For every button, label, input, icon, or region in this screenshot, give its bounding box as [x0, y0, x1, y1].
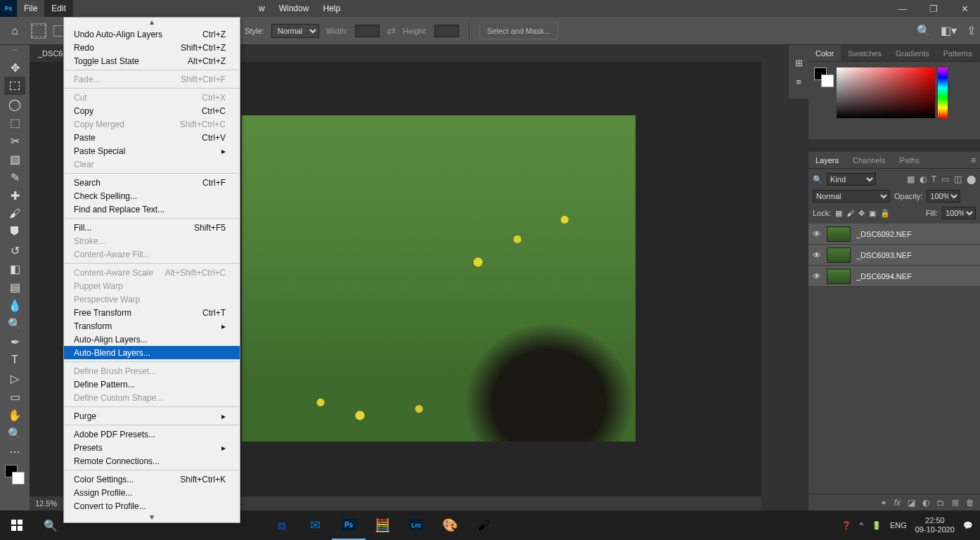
menu-item[interactable]: Define Pattern... — [64, 378, 240, 391]
path-select-tool[interactable]: ▷ — [4, 369, 25, 387]
window-close[interactable]: ✕ — [949, 0, 980, 17]
collapsed-panels[interactable]: ⊞ ≡ — [789, 45, 808, 98]
eyedropper-tool[interactable]: ✎ — [4, 168, 25, 186]
tab-channels[interactable]: Channels — [846, 152, 892, 168]
menu-item[interactable]: RedoShift+Ctrl+Z — [64, 41, 240, 54]
delete-layer-icon[interactable]: 🗑 — [966, 498, 974, 508]
tray-notifications-icon[interactable]: 💬 — [963, 521, 973, 530]
layer-row[interactable]: 👁 _DSC6094.NEF — [808, 266, 980, 287]
lock-trans-icon[interactable]: ▦ — [835, 209, 842, 218]
tray-battery-icon[interactable]: 🔋 — [872, 521, 882, 530]
panel-icon-1[interactable]: ⊞ — [795, 58, 803, 68]
healing-tool[interactable]: ✚ — [4, 186, 25, 205]
taskbar-mail[interactable]: ✉ — [298, 510, 332, 540]
adjustment-icon[interactable]: ◐ — [922, 498, 929, 508]
marquee-tool[interactable] — [4, 77, 25, 95]
tab-gradients[interactable]: Gradients — [889, 45, 936, 61]
taskbar-paint[interactable]: 🎨 — [433, 510, 467, 540]
tab-patterns[interactable]: Patterns — [936, 45, 979, 61]
height-input[interactable] — [434, 25, 459, 37]
opacity-input[interactable]: 100% — [927, 190, 960, 202]
lock-artboard-icon[interactable]: ▣ — [869, 209, 876, 218]
select-and-mask-button[interactable]: Select and Mask... — [479, 22, 559, 39]
color-fg-bg[interactable] — [814, 68, 834, 87]
gradient-tool[interactable]: ▤ — [4, 278, 25, 296]
menu-scroll-up[interactable]: ▴ — [64, 18, 240, 27]
zoom-level[interactable]: 12.5% — [35, 499, 57, 508]
pen-tool[interactable]: ✒ — [4, 333, 25, 351]
tab-layers[interactable]: Layers — [808, 152, 846, 168]
menu-item[interactable]: Check Spelling... — [64, 189, 240, 202]
menu-item[interactable]: Auto-Align Layers... — [64, 333, 240, 346]
workspace-icon[interactable]: ◧▾ — [941, 24, 957, 37]
menu-item[interactable]: Adobe PDF Presets... — [64, 428, 240, 441]
type-tool[interactable]: T — [4, 351, 25, 369]
style-select[interactable]: Normal — [271, 24, 319, 38]
menu-item[interactable]: Color Settings...Shift+Ctrl+K — [64, 472, 240, 486]
object-select-tool[interactable]: ⬚ — [4, 113, 25, 131]
blur-tool[interactable]: 💧 — [4, 296, 25, 314]
lock-all-icon[interactable]: 🔒 — [880, 209, 890, 218]
fill-input[interactable]: 100% — [942, 207, 976, 219]
layer-row[interactable]: 👁 _DSC6092.NEF — [808, 224, 980, 245]
brush-tool[interactable]: 🖌 — [4, 205, 25, 223]
new-layer-icon[interactable]: ⊞ — [952, 498, 959, 508]
menu-item[interactable]: Paste Special▸ — [64, 144, 240, 158]
taskbar-dropbox[interactable]: ⧈ — [264, 510, 298, 540]
taskbar-app[interactable]: 🖌 — [467, 510, 501, 540]
menu-item[interactable]: Free TransformCtrl+T — [64, 306, 240, 319]
menu-edit[interactable]: Edit — [44, 0, 73, 17]
menu-item[interactable]: Auto-Blend Layers... — [64, 346, 240, 359]
tray-lang[interactable]: ENG — [890, 521, 907, 529]
menu-item[interactable]: Toggle Last StateAlt+Ctrl+Z — [64, 54, 240, 68]
frame-tool[interactable]: ▧ — [4, 150, 25, 168]
menu-item[interactable]: Find and Replace Text... — [64, 202, 240, 216]
search-icon[interactable]: 🔍 — [917, 24, 931, 37]
taskbar-calculator[interactable]: 🧮 — [366, 510, 399, 540]
menu-item[interactable]: Convert to Profile... — [64, 499, 240, 513]
layers-panel-menu[interactable]: ≡ — [967, 152, 980, 168]
layer-thumb[interactable] — [827, 248, 851, 263]
filter-pixel-icon[interactable]: ▦ — [907, 174, 915, 184]
start-button[interactable] — [0, 510, 34, 540]
menu-scroll-down[interactable]: ▾ — [64, 513, 240, 522]
home-button[interactable]: ⌂ — [6, 22, 24, 40]
menu-item[interactable]: PasteCtrl+V — [64, 131, 240, 144]
menu-item[interactable]: Assign Profile... — [64, 486, 240, 499]
stamp-tool[interactable]: ⛊ — [4, 223, 25, 241]
menu-item[interactable]: Presets▸ — [64, 441, 240, 454]
filter-shape-icon[interactable]: ▭ — [941, 174, 949, 184]
hand-tool[interactable]: ✋ — [4, 406, 25, 424]
menu-help[interactable]: Help — [316, 0, 347, 17]
visibility-icon[interactable]: 👁 — [813, 250, 821, 260]
tool-preset[interactable] — [31, 23, 46, 39]
width-input[interactable] — [355, 25, 380, 37]
mask-icon[interactable]: ◪ — [908, 498, 915, 508]
window-restore[interactable]: ❐ — [918, 0, 949, 17]
menu-item[interactable]: Fill...Shift+F5 — [64, 221, 240, 234]
menu-file[interactable]: File — [17, 0, 44, 17]
layer-filter-kind[interactable]: Kind — [827, 173, 876, 186]
taskbar-lightroom[interactable]: Lrc — [399, 510, 433, 540]
panel-icon-2[interactable]: ≡ — [796, 77, 801, 87]
tray-help-icon[interactable]: ❓ — [842, 521, 851, 530]
history-brush-tool[interactable]: ↺ — [4, 241, 25, 259]
menu-item[interactable]: Transform▸ — [64, 319, 240, 333]
dodge-tool[interactable]: 🔍 — [4, 314, 25, 333]
lock-paint-icon[interactable]: 🖌 — [846, 209, 854, 217]
group-icon[interactable]: 🗀 — [936, 498, 945, 508]
layer-row[interactable]: 👁 _DSC6093.NEF — [808, 245, 980, 266]
filter-adjust-icon[interactable]: ◐ — [920, 174, 927, 184]
eraser-tool[interactable]: ◧ — [4, 259, 25, 278]
menu-item[interactable]: Remote Connections... — [64, 454, 240, 468]
tray-clock[interactable]: 22:5009-10-2020 — [915, 516, 955, 534]
tab-paths[interactable]: Paths — [893, 152, 927, 168]
menu-item[interactable]: SearchCtrl+F — [64, 176, 240, 189]
filter-smart-icon[interactable]: ◫ — [954, 174, 962, 184]
menu-window[interactable]: Window — [272, 0, 316, 17]
fx-icon[interactable]: fx — [894, 498, 901, 508]
visibility-icon[interactable]: 👁 — [813, 229, 821, 239]
search-button[interactable]: 🔍 — [34, 510, 67, 540]
tab-swatches[interactable]: Swatches — [841, 45, 889, 61]
crop-tool[interactable]: ✂ — [4, 131, 25, 150]
